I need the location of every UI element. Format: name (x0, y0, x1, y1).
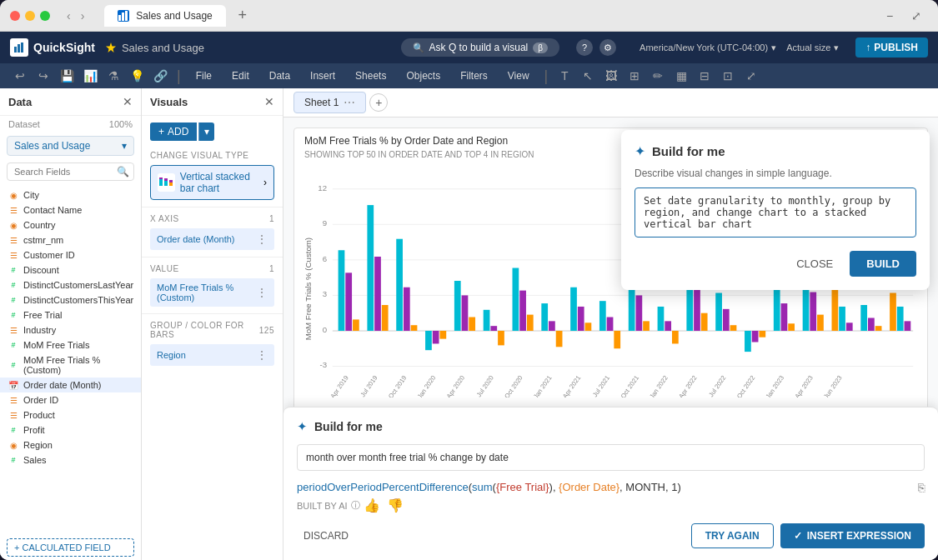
publish-button[interactable]: ↑ PUBLISH (855, 38, 928, 58)
window-minimize[interactable]: − (878, 8, 901, 24)
minimize-window-button[interactable] (25, 11, 35, 21)
insight-icon[interactable]: 💡 (127, 66, 147, 86)
menu-sheets[interactable]: Sheets (347, 67, 394, 85)
region-info[interactable]: America/New York (UTC-04:00) ▾ (640, 42, 776, 53)
build-dialog-build-button[interactable]: BUILD (850, 251, 916, 277)
menu-data[interactable]: Data (261, 67, 298, 85)
bar-chart-icon[interactable]: 📊 (80, 66, 100, 86)
browser-tab[interactable]: Sales and Usage (104, 5, 225, 27)
build-dialog-close-button[interactable]: CLOSE (786, 251, 843, 277)
expression-input[interactable] (297, 444, 925, 471)
field-name: MoM Free Trials % (Custom) (23, 355, 133, 375)
menu-file[interactable]: File (188, 67, 220, 85)
help-icon[interactable]: ? (576, 39, 593, 56)
field-item-country[interactable]: ◉ Country (0, 218, 141, 232)
share-icon[interactable]: 🔗 (150, 66, 170, 86)
data-panel-close[interactable]: ✕ (123, 95, 133, 108)
field-item-region[interactable]: ◉ Region (0, 438, 141, 452)
value-more-icon[interactable]: ⋮ (256, 286, 268, 299)
change-visual-type: CHANGE VISUAL TYPE (142, 144, 283, 207)
field-item-distthisyear[interactable]: # DistinctCustomersThisYear (0, 292, 141, 308)
visuals-panel-close[interactable]: ✕ (264, 95, 274, 108)
image-icon[interactable]: 🖼 (601, 66, 621, 86)
grid-icon[interactable]: ⊟ (695, 66, 715, 86)
undo-button[interactable]: ↩ (10, 66, 30, 86)
save-icon[interactable]: 💾 (57, 66, 77, 86)
field-item-profit[interactable]: # Profit (0, 422, 141, 438)
svg-text:Oct 2019: Oct 2019 (387, 374, 408, 398)
add-visual-dropdown[interactable]: ▾ (198, 122, 214, 141)
actual-size[interactable]: Actual size ▾ (786, 42, 839, 53)
expression-result: periodOverPeriodPercentDifference(sum({F… (297, 481, 925, 494)
build-dialog-input[interactable]: Set date granularity to monthly, group b… (635, 188, 916, 238)
settings-icon[interactable]: ⚙ (599, 39, 616, 56)
maximize-window-button[interactable] (40, 11, 50, 21)
field-item-customerid[interactable]: ☰ Customer ID (0, 248, 141, 262)
field-item-product[interactable]: ☰ Product (0, 408, 141, 422)
value-field[interactable]: MoM Free Trials % (Custom) ⋮ (150, 278, 274, 307)
crop-icon[interactable]: ⊞ (624, 66, 645, 86)
x-axis-more-icon[interactable]: ⋮ (256, 232, 268, 246)
svg-rect-33 (404, 288, 410, 331)
menu-objects[interactable]: Objects (398, 67, 449, 85)
forward-button[interactable]: › (78, 8, 88, 24)
cursor-icon[interactable]: ↖ (578, 66, 598, 86)
field-item-city[interactable]: ◉ City (0, 188, 141, 202)
field-item-orderdate[interactable]: 📅 Order date (Month) (0, 378, 141, 392)
layout-icon[interactable]: ⊡ (718, 66, 738, 86)
svg-rect-80 (860, 305, 867, 331)
search-input[interactable] (7, 162, 134, 181)
text-icon[interactable]: T (554, 66, 574, 86)
menu-view[interactable]: View (499, 67, 538, 85)
field-item-industry[interactable]: ☰ Industry (0, 322, 141, 338)
build-dialog-title: Build for me (652, 144, 725, 158)
num-icon: # (8, 265, 18, 275)
dataset-selector[interactable]: Sales and Usage ▾ (7, 136, 134, 156)
visual-type-card[interactable]: Vertical stacked bar chart › (150, 165, 274, 200)
calculated-field-button[interactable]: + CALCULATED FIELD (7, 538, 134, 557)
thumbs-down-button[interactable]: 👎 (387, 498, 404, 513)
menu-insert[interactable]: Insert (302, 67, 344, 85)
redo-button[interactable]: ↪ (33, 66, 53, 86)
x-axis-field[interactable]: Order date (Month) ⋮ (150, 228, 274, 250)
field-item-orderid[interactable]: ☰ Order ID (0, 392, 141, 408)
try-again-button[interactable]: TRY AGAIN (691, 523, 774, 548)
group-more-icon[interactable]: ⋮ (256, 348, 268, 362)
search-icon[interactable]: 🔍 (117, 166, 129, 178)
visual-type-name: Vertical stacked bar chart (180, 171, 263, 194)
field-item-cstmr[interactable]: ☰ cstmr_nm (0, 232, 141, 248)
thumbs-container: 👍 👎 (364, 498, 404, 513)
field-item-momcustom[interactable]: # MoM Free Trials % (Custom) (0, 352, 141, 378)
sheet-tab-more[interactable]: ⋯ (344, 96, 355, 109)
pen-icon[interactable]: ✏ (648, 66, 668, 86)
new-tab-button[interactable]: + (233, 6, 253, 26)
field-item-momfreetrials[interactable]: # MoM Free Trials (0, 338, 141, 352)
expand-icon[interactable]: ⤢ (741, 66, 761, 86)
discard-button[interactable]: DISCARD (297, 525, 355, 547)
insert-expression-button[interactable]: ✓ INSERT EXPRESSION (780, 523, 925, 548)
close-window-button[interactable] (10, 11, 20, 21)
menu-edit[interactable]: Edit (223, 67, 258, 85)
back-button[interactable]: ‹ (63, 8, 74, 24)
table-icon[interactable]: ▦ (671, 66, 691, 86)
field-item-distlastyear[interactable]: # DistinctCustomersLastYear (0, 278, 141, 292)
add-visual-button[interactable]: + ADD (150, 122, 197, 141)
num-icon: # (8, 360, 18, 370)
field-item-contact[interactable]: ☰ Contact Name (0, 202, 141, 218)
copy-icon[interactable]: ⎘ (918, 481, 925, 494)
field-item-sales[interactable]: # Sales (0, 452, 141, 468)
num-icon: # (8, 310, 18, 320)
window-fullscreen[interactable]: ⤢ (905, 8, 928, 24)
thumbs-up-button[interactable]: 👍 (364, 498, 380, 513)
ask-q-bar[interactable]: 🔍 Ask Q to build a visual β (401, 38, 560, 57)
group-field[interactable]: Region ⋮ (150, 344, 274, 366)
field-item-discount[interactable]: # Discount (0, 262, 141, 278)
svg-text:Jul 2020: Jul 2020 (475, 374, 495, 398)
sheet-1-tab[interactable]: Sheet 1 ⋯ (293, 92, 366, 113)
menu-filters[interactable]: Filters (452, 67, 496, 85)
add-sheet-button[interactable]: + (369, 93, 388, 112)
filter-icon[interactable]: ⚗ (103, 66, 123, 86)
svg-rect-78 (839, 307, 845, 331)
add-label: ADD (168, 126, 188, 138)
field-item-freetrial[interactable]: # Free Trial (0, 308, 141, 322)
